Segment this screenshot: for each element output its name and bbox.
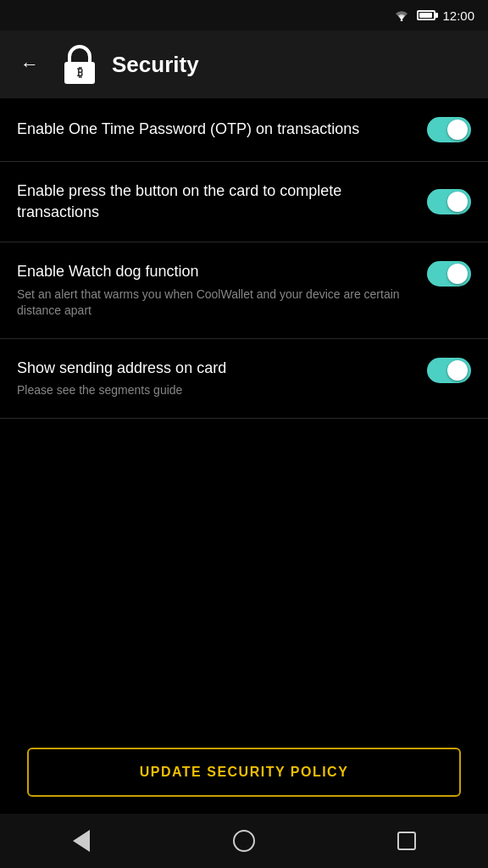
setting-watchdog-label: Enable Watch dog function [17, 261, 413, 282]
settings-list: Enable One Time Password (OTP) on transa… [0, 98, 488, 724]
wifi-icon [393, 9, 410, 21]
setting-watchdog: Enable Watch dog function Set an alert t… [0, 242, 488, 338]
home-circle-icon [233, 830, 255, 852]
setting-address: Show sending address on card Please see … [0, 339, 488, 419]
svg-text:₿: ₿ [77, 65, 83, 79]
toggle-watchdog[interactable] [427, 261, 471, 287]
back-triangle-icon [73, 830, 90, 852]
battery-icon [417, 10, 435, 20]
toggle-watchdog-wrap[interactable] [427, 261, 471, 287]
recent-square-icon [397, 832, 416, 850]
setting-otp-text: Enable One Time Password (OTP) on transa… [17, 119, 413, 140]
setting-watchdog-sublabel: Set an alert that warms you when CoolWal… [17, 287, 413, 320]
toggle-address-wrap[interactable] [427, 358, 471, 383]
setting-watchdog-text: Enable Watch dog function Set an alert t… [17, 261, 413, 319]
toggle-otp[interactable] [427, 117, 471, 142]
toggle-address[interactable] [427, 358, 471, 383]
setting-button: Enable press the button on the card to c… [0, 162, 488, 242]
svg-point-0 [401, 19, 403, 21]
toggle-otp-wrap[interactable] [427, 117, 471, 142]
nav-bar [0, 814, 488, 868]
back-button[interactable]: ← [14, 47, 46, 82]
setting-otp: Enable One Time Password (OTP) on transa… [0, 98, 488, 162]
setting-address-sublabel: Please see the segments guide [17, 382, 413, 399]
bottom-area: UPDATE SECURITY POLICY [0, 724, 488, 814]
nav-recent-button[interactable] [381, 824, 432, 858]
setting-address-text: Show sending address on card Please see … [17, 358, 413, 399]
toggle-button[interactable] [427, 189, 471, 214]
lock-bitcoin-icon: ₿ [59, 44, 100, 85]
setting-button-label: Enable press the button on the card to c… [17, 181, 413, 223]
status-time: 12:00 [442, 8, 474, 23]
lock-icon-svg: ₿ [61, 43, 98, 86]
setting-address-label: Show sending address on card [17, 358, 413, 379]
nav-home-button[interactable] [219, 824, 269, 858]
setting-button-text: Enable press the button on the card to c… [17, 181, 413, 223]
update-security-button[interactable]: UPDATE SECURITY POLICY [27, 748, 461, 797]
status-bar: 12:00 [0, 0, 488, 31]
toggle-button-wrap[interactable] [427, 189, 471, 214]
setting-otp-label: Enable One Time Password (OTP) on transa… [17, 119, 413, 140]
title-area: ₿ Security [59, 44, 474, 85]
nav-back-button[interactable] [56, 824, 107, 858]
toolbar: ← ₿ Security [0, 31, 488, 98]
page-title: Security [112, 52, 199, 78]
